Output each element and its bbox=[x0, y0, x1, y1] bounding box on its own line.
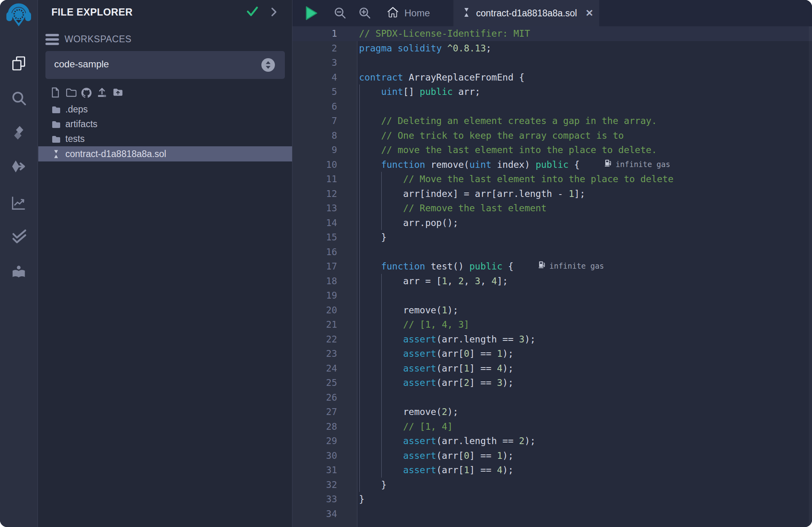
line-content: contract ArrayReplaceFromEnd { bbox=[357, 70, 524, 85]
line-number: 26 bbox=[292, 390, 357, 405]
upload-file-icon[interactable] bbox=[96, 87, 108, 99]
remix-logo-icon[interactable] bbox=[6, 2, 32, 29]
code-line-1[interactable]: 1// SPDX-License-Identifier: MIT bbox=[292, 26, 812, 41]
new-folder-icon[interactable] bbox=[65, 87, 77, 99]
workspace-select[interactable]: code-sample bbox=[45, 51, 285, 79]
tree-item--deps[interactable]: .deps bbox=[38, 102, 292, 117]
code-line-2[interactable]: 2pragma solidity ^0.8.13; bbox=[292, 41, 812, 56]
code-line-26[interactable]: 26 bbox=[292, 390, 812, 405]
line-content: uint[] public arr; bbox=[357, 85, 481, 99]
code-line-5[interactable]: 5 uint[] public arr; bbox=[292, 85, 812, 99]
line-number: 16 bbox=[292, 245, 357, 260]
code-editor[interactable]: 1// SPDX-License-Identifier: MIT2pragma … bbox=[292, 26, 812, 527]
code-line-3[interactable]: 3 bbox=[292, 55, 812, 70]
line-content: assert(arr.length == 2); bbox=[357, 434, 535, 448]
line-content: } bbox=[357, 478, 386, 492]
code-line-10[interactable]: 10 function remove(uint index) public {i… bbox=[292, 157, 812, 172]
line-number: 2 bbox=[292, 41, 357, 56]
code-line-25[interactable]: 25 assert(arr[2] == 3); bbox=[292, 376, 812, 390]
code-line-23[interactable]: 23 assert(arr[0] == 1); bbox=[292, 346, 812, 361]
code-line-7[interactable]: 7 // Deleting an element creates a gap i… bbox=[292, 114, 812, 128]
editor-scrollbar[interactable] bbox=[809, 26, 812, 527]
workspaces-menu-icon[interactable] bbox=[45, 34, 59, 45]
solidity-compiler-icon[interactable] bbox=[8, 122, 29, 143]
code-line-22[interactable]: 22 assert(arr.length == 3); bbox=[292, 332, 812, 347]
line-number: 31 bbox=[292, 463, 357, 478]
learn-icon[interactable] bbox=[8, 262, 29, 282]
tree-item-contract-d1a8818a8a-sol[interactable]: contract-d1a8818a8a.sol bbox=[38, 146, 292, 161]
code-line-11[interactable]: 11 // Move the last element into the pla… bbox=[292, 172, 812, 187]
code-line-27[interactable]: 27 remove(2); bbox=[292, 405, 812, 419]
new-file-icon[interactable] bbox=[50, 87, 62, 99]
code-line-31[interactable]: 31 assert(arr[1] == 4); bbox=[292, 463, 812, 478]
line-content: function remove(uint index) public {infi… bbox=[357, 157, 670, 172]
tree-item-tests[interactable]: tests bbox=[38, 132, 292, 146]
code-line-28[interactable]: 28 // [1, 4] bbox=[292, 419, 812, 434]
code-line-8[interactable]: 8 // One trick to keep the array compact… bbox=[292, 128, 812, 143]
upload-folder-icon[interactable] bbox=[112, 87, 124, 99]
tree-item-artifacts[interactable]: artifacts bbox=[38, 117, 292, 132]
tab-contract-file[interactable]: contract-d1a8818a8a.sol ✕ bbox=[453, 0, 599, 26]
line-number: 33 bbox=[292, 492, 357, 507]
line-content: // move the last element into the place … bbox=[357, 143, 657, 157]
line-content: // SPDX-License-Identifier: MIT bbox=[357, 26, 530, 41]
tab-home[interactable]: Home bbox=[381, 0, 435, 26]
code-line-15[interactable]: 15 } bbox=[292, 230, 812, 245]
line-content: } bbox=[357, 230, 386, 245]
code-line-12[interactable]: 12 arr[index] = arr[arr.length - 1]; bbox=[292, 187, 812, 201]
line-content: arr.pop(); bbox=[357, 216, 458, 230]
code-line-17[interactable]: 17 function test() public {infinite gas bbox=[292, 259, 812, 274]
chevron-right-icon[interactable] bbox=[271, 7, 277, 18]
search-icon[interactable] bbox=[8, 88, 29, 108]
code-line-9[interactable]: 9 // move the last element into the plac… bbox=[292, 143, 812, 157]
code-line-19[interactable]: 19 bbox=[292, 288, 812, 303]
code-line-29[interactable]: 29 assert(arr.length == 2); bbox=[292, 434, 812, 448]
code-line-33[interactable]: 33} bbox=[292, 492, 812, 507]
zoom-in-icon[interactable] bbox=[358, 6, 372, 20]
workspaces-label: WORKSPACES bbox=[65, 34, 131, 45]
deploy-and-run-icon[interactable] bbox=[8, 157, 29, 177]
solidity-static-analysis-icon[interactable] bbox=[8, 193, 29, 213]
line-content: assert(arr.length == 3); bbox=[357, 332, 535, 347]
line-content: // Move the last element into the place … bbox=[357, 172, 673, 187]
code-line-4[interactable]: 4contract ArrayReplaceFromEnd { bbox=[292, 70, 812, 85]
line-content: // [1, 4] bbox=[357, 419, 453, 434]
code-line-21[interactable]: 21 // [1, 4, 3] bbox=[292, 317, 812, 332]
code-line-13[interactable]: 13 // Remove the last element bbox=[292, 201, 812, 216]
code-line-20[interactable]: 20 remove(1); bbox=[292, 303, 812, 318]
line-content bbox=[357, 507, 359, 521]
code-line-14[interactable]: 14 arr.pop(); bbox=[292, 216, 812, 230]
line-number: 19 bbox=[292, 288, 357, 303]
line-number: 32 bbox=[292, 478, 357, 492]
line-content bbox=[357, 288, 359, 303]
code-line-34[interactable]: 34 bbox=[292, 507, 812, 521]
gas-pump-icon bbox=[604, 157, 612, 172]
status-check-icon[interactable] bbox=[246, 6, 258, 19]
line-number: 27 bbox=[292, 405, 357, 419]
file-explorer-icon[interactable] bbox=[8, 53, 29, 74]
code-line-18[interactable]: 18 arr = [1, 2, 3, 4]; bbox=[292, 274, 812, 289]
line-content: assert(arr[1] == 4); bbox=[357, 361, 514, 376]
run-script-button[interactable] bbox=[305, 5, 318, 21]
line-content: assert(arr[0] == 1); bbox=[357, 448, 514, 463]
line-number: 5 bbox=[292, 85, 357, 99]
code-line-24[interactable]: 24 assert(arr[1] == 4); bbox=[292, 361, 812, 376]
line-number: 4 bbox=[292, 70, 357, 85]
solidity-icon bbox=[51, 149, 61, 159]
gas-badge-label: infinite gas bbox=[549, 259, 604, 273]
code-line-16[interactable]: 16 bbox=[292, 245, 812, 260]
code-line-30[interactable]: 30 assert(arr[0] == 1); bbox=[292, 448, 812, 463]
line-number: 10 bbox=[292, 157, 357, 172]
code-line-6[interactable]: 6 bbox=[292, 99, 812, 114]
tab-contract-file-label: contract-d1a8818a8a.sol bbox=[476, 8, 577, 19]
tree-item-label: artifacts bbox=[65, 119, 98, 130]
solidity-unit-testing-icon[interactable] bbox=[8, 226, 29, 247]
line-number: 30 bbox=[292, 448, 357, 463]
code-line-32[interactable]: 32 } bbox=[292, 478, 812, 492]
line-number: 28 bbox=[292, 419, 357, 434]
close-tab-icon[interactable]: ✕ bbox=[585, 8, 593, 19]
line-content: remove(2); bbox=[357, 405, 458, 419]
git-clone-icon[interactable] bbox=[80, 87, 92, 99]
zoom-out-icon[interactable] bbox=[333, 6, 347, 20]
tab-home-label: Home bbox=[404, 8, 430, 19]
